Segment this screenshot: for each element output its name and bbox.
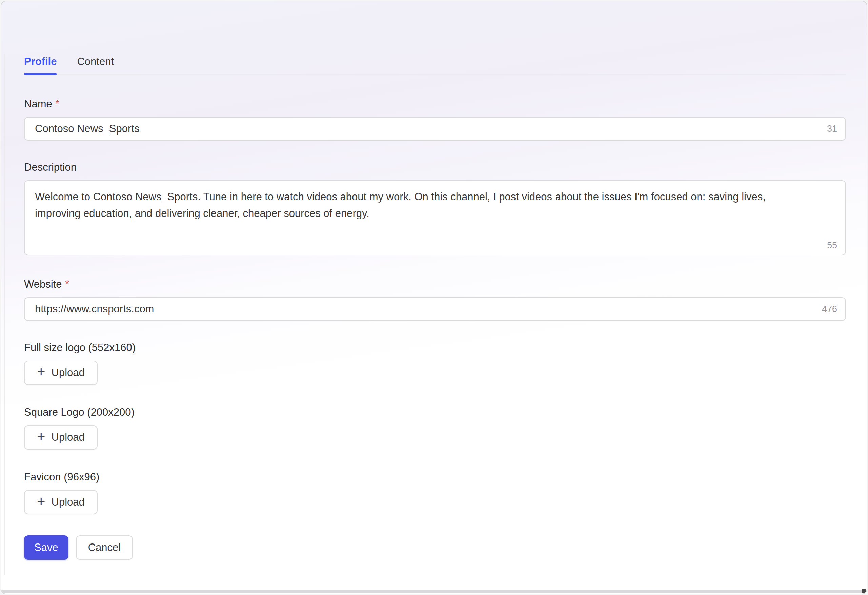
favicon-section: Favicon (96x96) + Upload bbox=[24, 471, 846, 514]
website-input-wrap: 476 bbox=[24, 297, 846, 321]
tab-content[interactable]: Content bbox=[77, 55, 114, 68]
description-input-wrap: Welcome to Contoso News_Sports. Tune in … bbox=[24, 180, 846, 257]
settings-panel: Profile Content Name* 31 Description We bbox=[1, 1, 867, 594]
tab-bar: Profile Content bbox=[24, 55, 846, 75]
upload-button-label: Upload bbox=[52, 496, 85, 508]
name-label-text: Name bbox=[24, 98, 52, 110]
description-label-text: Description bbox=[24, 161, 77, 173]
square-logo-label: Square Logo (200x200) bbox=[24, 406, 846, 419]
upload-button-label: Upload bbox=[52, 367, 85, 379]
plus-icon: + bbox=[37, 495, 46, 509]
website-label: Website* bbox=[24, 277, 846, 291]
required-asterisk: * bbox=[65, 278, 69, 289]
scrollbar-corner bbox=[862, 589, 866, 593]
plus-icon: + bbox=[37, 430, 46, 444]
website-label-text: Website bbox=[24, 278, 62, 290]
description-label: Description bbox=[24, 161, 846, 174]
upload-button-label: Upload bbox=[52, 431, 85, 443]
name-label: Name* bbox=[24, 97, 846, 111]
full-size-logo-section: Full size logo (552x160) + Upload bbox=[24, 341, 846, 385]
cancel-button[interactable]: Cancel bbox=[76, 535, 133, 560]
app-window: Profile Content Name* 31 Description We bbox=[0, 0, 868, 595]
favicon-upload-button[interactable]: + Upload bbox=[24, 490, 97, 514]
favicon-label: Favicon (96x96) bbox=[24, 471, 846, 484]
name-input[interactable] bbox=[24, 117, 846, 140]
square-logo-upload-button[interactable]: + Upload bbox=[24, 425, 97, 450]
website-input[interactable] bbox=[24, 297, 846, 321]
full-size-logo-upload-button[interactable]: + Upload bbox=[24, 360, 97, 385]
required-asterisk: * bbox=[56, 98, 59, 109]
form-actions: Save Cancel bbox=[24, 535, 846, 560]
plus-icon: + bbox=[37, 365, 46, 379]
horizontal-scrollbar[interactable] bbox=[2, 589, 866, 593]
tab-content-label: Content bbox=[77, 56, 114, 68]
save-button[interactable]: Save bbox=[24, 535, 68, 560]
full-size-logo-label: Full size logo (552x160) bbox=[24, 341, 846, 354]
active-tab-indicator bbox=[24, 73, 57, 75]
name-input-wrap: 31 bbox=[24, 117, 846, 140]
tab-profile[interactable]: Profile bbox=[24, 55, 57, 68]
description-textarea[interactable]: Welcome to Contoso News_Sports. Tune in … bbox=[24, 180, 846, 255]
profile-form: Profile Content Name* 31 Description We bbox=[1, 1, 867, 560]
tab-profile-label: Profile bbox=[24, 56, 57, 68]
square-logo-section: Square Logo (200x200) + Upload bbox=[24, 406, 846, 450]
